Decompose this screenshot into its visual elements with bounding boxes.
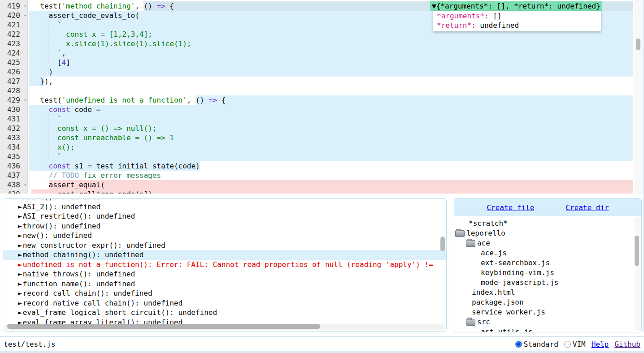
gutter-line-number[interactable]: 431 [0, 114, 28, 124]
expand-triangle-icon[interactable]: ► [18, 250, 22, 259]
tree-file-item[interactable]: ace.js [481, 248, 507, 258]
value-tooltip-summary[interactable]: ▼{*arguments*: [], *return*: undefined} [430, 1, 602, 11]
gutter-line-number[interactable]: 428 [0, 86, 28, 95]
test-result-item[interactable]: ►new(): undefined [3, 231, 446, 241]
test-result-item[interactable]: ►eval_frame logical short circuit(): und… [3, 308, 446, 318]
code-editor[interactable]: test('method chaining', () => { assert_c… [0, 0, 644, 194]
expand-triangle-icon[interactable]: ► [18, 270, 22, 278]
tree-file-item[interactable]: service_worker.js [472, 307, 545, 317]
gutter-line-number[interactable]: 429▾ [0, 95, 28, 105]
tree-file-item[interactable]: *scratch* [469, 219, 508, 228]
code-line[interactable]: x(); [28, 142, 633, 152]
editor-scrollbar[interactable] [634, 0, 643, 194]
test-result-item[interactable]: ►undefined is not a function(): Error: F… [3, 260, 446, 270]
test-result-item[interactable]: ►ASI_2(): undefined [3, 202, 446, 212]
code-line[interactable]: const x = () => null(); [28, 124, 633, 133]
tree-folder-item[interactable]: leporello [455, 228, 505, 238]
gutter-line-number[interactable]: 438▾ [0, 180, 28, 189]
files-scrollbar[interactable] [635, 217, 640, 331]
tooltip-arguments-row: *arguments*: [] [437, 11, 601, 21]
code-line[interactable]: const unreachable = () => 1 [28, 133, 633, 142]
code-line[interactable]: [4] [28, 58, 633, 67]
gutter-line-number[interactable]: 432 [0, 124, 28, 133]
test-result-item[interactable]: ►throw(): undefined [3, 221, 446, 231]
test-result-item[interactable]: ►ASI_restrited(): undefined [3, 211, 446, 221]
code-line[interactable]: test('undefined is not a function', () =… [28, 95, 633, 105]
expand-triangle-icon[interactable]: ► [18, 198, 22, 201]
code-line[interactable]: ) [28, 67, 633, 77]
radio-selected-icon[interactable] [515, 341, 522, 348]
tree-file-item[interactable]: package.json [472, 297, 524, 307]
code-line[interactable]: `, [28, 48, 633, 58]
tree-file-item[interactable]: ext-searchbox.js [481, 258, 550, 268]
expand-triangle-icon[interactable]: ► [18, 289, 22, 297]
help-link[interactable]: Help [592, 340, 609, 349]
files-scrollbar-thumb[interactable] [635, 236, 639, 266]
gutter-line-number[interactable]: 421 [0, 20, 28, 30]
editor-scrollbar-thumb[interactable] [636, 39, 640, 50]
test-result-item[interactable]: ►native throws(): undefined [3, 269, 446, 279]
results-horizontal-scrollbar[interactable] [4, 324, 445, 330]
code-line[interactable]: ` [28, 152, 633, 161]
gutter-line-number[interactable]: 427 [0, 77, 28, 86]
expand-triangle-icon[interactable]: ► [18, 280, 22, 288]
gutter-line-number[interactable]: 436 [0, 161, 28, 171]
results-vertical-scrollbar-thumb[interactable] [440, 237, 445, 251]
code-line[interactable]: // TODO fix error messages [28, 171, 633, 180]
gutter-line-number[interactable]: 424 [0, 48, 28, 58]
expand-triangle-icon[interactable]: ► [18, 231, 22, 240]
fold-toggle-icon[interactable]: ▾ [24, 11, 26, 20]
tree-item-label: ext-searchbox.js [481, 258, 550, 268]
test-result-item[interactable]: ►record call chain(): undefined [3, 288, 446, 298]
code-line[interactable]: }), [28, 77, 633, 86]
expand-triangle-icon[interactable]: ► [18, 308, 22, 317]
fold-toggle-icon[interactable]: ▾ [24, 1, 26, 11]
tree-file-item[interactable]: index.html [472, 288, 515, 297]
code-line[interactable]: root_calltree_node(s1) [28, 189, 633, 194]
radio-unselected-icon[interactable] [564, 341, 571, 348]
code-line[interactable]: const code = [28, 105, 633, 114]
status-bar-right: Standard VIM Help Github [515, 340, 640, 349]
results-horizontal-scrollbar-thumb[interactable] [7, 324, 320, 329]
gutter-line-number[interactable]: 430 [0, 105, 28, 114]
create-file-link[interactable]: Create file [487, 203, 534, 212]
expand-triangle-icon[interactable]: ► [18, 222, 22, 230]
keybinding-standard-option[interactable]: Standard [515, 340, 558, 349]
github-link[interactable]: Github [614, 340, 640, 349]
gutter-line-number[interactable]: 439 [0, 189, 28, 194]
code-line[interactable]: const s1 = test_initial_state(code) [28, 161, 633, 171]
expand-triangle-icon[interactable]: ► [18, 299, 22, 307]
test-result-item[interactable]: ►function name(): undefined [3, 279, 446, 289]
gutter-line-number[interactable]: 423 [0, 39, 28, 48]
code-line[interactable]: ` [28, 114, 633, 124]
code-line[interactable] [28, 86, 633, 95]
expand-triangle-icon[interactable]: ► [18, 241, 22, 250]
test-result-item[interactable]: ►method chaining(): undefined [3, 250, 446, 260]
expand-triangle-icon[interactable]: ► [18, 212, 22, 220]
code-line[interactable]: assert_equal( [28, 180, 633, 189]
expand-triangle-icon[interactable]: ► [18, 260, 22, 269]
gutter-line-number[interactable]: 433 [0, 133, 28, 142]
gutter-line-number[interactable]: 437 [0, 171, 28, 180]
gutter-line-number[interactable]: 420▾ [0, 11, 28, 20]
gutter-line-number[interactable]: 425 [0, 58, 28, 67]
expand-triangle-icon[interactable]: ► [18, 202, 22, 211]
tree-file-item[interactable]: mode-javascript.js [481, 278, 558, 288]
fold-toggle-icon[interactable]: ▾ [24, 180, 26, 189]
tree-file-item[interactable]: keybinding-vim.js [481, 268, 554, 278]
gutter-line-number[interactable]: 419▾ [0, 1, 28, 11]
gutter-line-number[interactable]: 435 [0, 152, 28, 161]
code-line[interactable]: x.slice(1).slice(1).slice(1); [28, 39, 633, 48]
tree-file-item[interactable]: ast_utils.js [481, 327, 533, 332]
gutter-line-number[interactable]: 434 [0, 142, 28, 152]
tree-folder-item[interactable]: ace [466, 238, 490, 248]
tree-folder-item[interactable]: src [466, 317, 490, 327]
gutter-line-number[interactable]: 422 [0, 30, 28, 39]
gutter-line-number[interactable]: 426 [0, 67, 28, 77]
fold-toggle-icon[interactable]: ▾ [24, 95, 26, 105]
test-result-item[interactable]: ►record native call chain(): undefined [3, 298, 446, 308]
editor-gutter[interactable]: 419▾420▾421422423424425426427428429▾4304… [0, 0, 28, 194]
create-dir-link[interactable]: Create dir [566, 203, 609, 212]
keybinding-vim-option[interactable]: VIM [564, 340, 586, 349]
test-result-item[interactable]: ►new constructor expr(): undefined [3, 241, 446, 250]
